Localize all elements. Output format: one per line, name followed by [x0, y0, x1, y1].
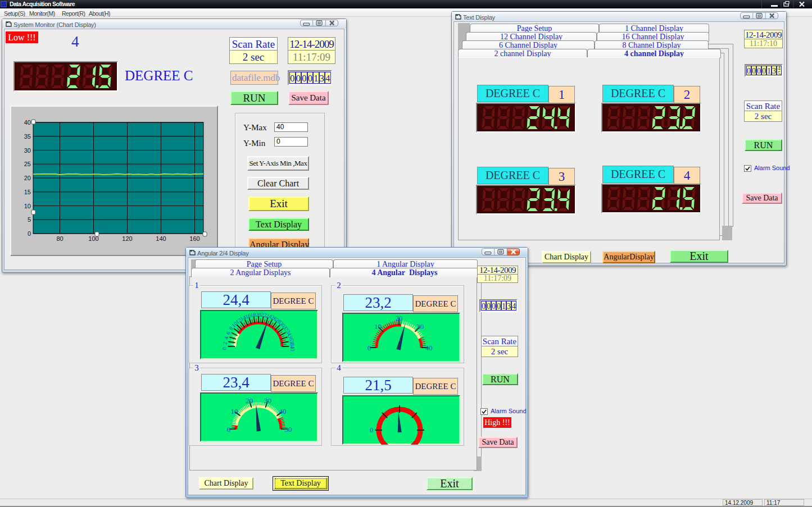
svg-text:35: 35	[24, 133, 31, 140]
svg-text:30: 30	[24, 147, 31, 154]
svg-text:25: 25	[24, 161, 31, 167]
svg-text:4: 4	[223, 336, 229, 340]
svg-text:0: 0	[370, 426, 373, 434]
svg-text:160: 160	[189, 235, 199, 242]
svg-text:50: 50	[285, 425, 292, 433]
svg-text:0: 0	[221, 347, 228, 350]
svg-text:10: 10	[374, 322, 382, 331]
svg-text:40: 40	[425, 344, 433, 352]
svg-text:10: 10	[231, 407, 238, 415]
svg-text:15: 15	[24, 189, 31, 195]
svg-text:0: 0	[368, 344, 371, 352]
svg-text:80: 80	[56, 235, 63, 242]
svg-text:20: 20	[24, 175, 31, 181]
svg-text:0: 0	[227, 425, 231, 433]
svg-text:5: 5	[28, 216, 31, 223]
svg-text:20: 20	[396, 314, 403, 322]
svg-text:40: 40	[279, 407, 286, 415]
svg-text:40: 40	[24, 119, 31, 126]
svg-text:0: 0	[28, 230, 31, 237]
svg-text:30: 30	[264, 396, 271, 405]
svg-text:120: 120	[122, 235, 132, 242]
svg-text:30: 30	[416, 322, 424, 331]
svg-text:6: 6	[225, 330, 232, 335]
svg-text:140: 140	[156, 235, 166, 242]
svg-text:40: 40	[289, 346, 296, 351]
svg-text:2: 2	[221, 341, 228, 345]
svg-text:20: 20	[246, 396, 253, 405]
svg-text:10: 10	[24, 203, 31, 209]
